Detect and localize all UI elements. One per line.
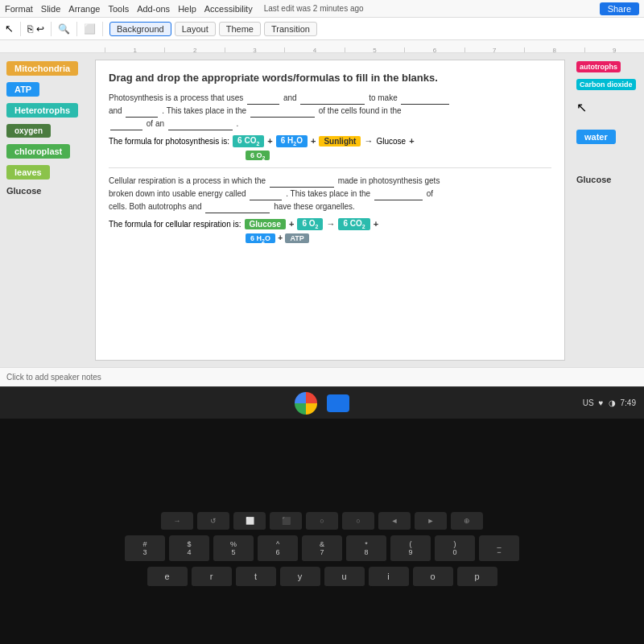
transition-button[interactable]: Transition <box>264 22 317 36</box>
photo-text2: and <box>283 93 299 102</box>
ruler-mark-1: 1 <box>105 47 164 52</box>
op2: + <box>311 136 316 146</box>
key-windows[interactable]: ⬛ <box>270 512 302 531</box>
chip-glucose-cell[interactable]: Glucose <box>245 219 286 229</box>
chip-sunlight[interactable]: Sunlight <box>319 136 361 147</box>
key-vol-mute[interactable]: ◄ <box>378 512 411 531</box>
op1: + <box>267 136 272 146</box>
tile-carbon-dioxide[interactable]: Carbon dioxide <box>576 79 636 90</box>
key-refresh[interactable]: ↺ <box>197 512 229 531</box>
menu-addons[interactable]: Add-ons <box>137 4 170 14</box>
photo-text5: . This takes place in the <box>162 106 249 115</box>
key-3[interactable]: #3 <box>125 535 165 563</box>
blank-11[interactable] <box>205 213 270 213</box>
toolbar-undo-icon[interactable]: ⎘ <box>27 23 33 35</box>
taskbar: US ♥ ◑ 7:49 <box>0 386 644 419</box>
background-button[interactable]: Background <box>109 22 171 36</box>
ruler-mark-7: 7 <box>464 47 524 52</box>
theme-button[interactable]: Theme <box>219 22 261 36</box>
toolbar-redo-icon[interactable]: ↩ <box>36 23 44 35</box>
slide-title: Drag and drop the appropriate words/form… <box>109 72 551 85</box>
tile-oxygen[interactable]: oxygen <box>6 124 51 138</box>
key-vol-up[interactable]: ⊕ <box>451 512 483 531</box>
ruler-mark-2: 2 <box>164 47 224 52</box>
chip-atp-cell[interactable]: ATP <box>285 233 308 243</box>
blank-1[interactable] <box>247 104 279 105</box>
menu-help[interactable]: Help <box>178 4 196 14</box>
key-7[interactable]: &7 <box>302 535 342 563</box>
files-icon[interactable] <box>327 394 349 412</box>
key-8[interactable]: *8 <box>346 535 386 563</box>
chip-o2-cell[interactable]: 6 O2 <box>297 218 323 230</box>
menu-arrange[interactable]: Arrange <box>68 4 100 14</box>
key-6[interactable]: ^6 <box>258 535 298 563</box>
key-bright-down[interactable]: ○ <box>306 512 338 531</box>
ruler-mark-6: 6 <box>404 47 464 52</box>
key-e[interactable]: e <box>147 567 188 588</box>
key-p[interactable]: p <box>457 567 497 588</box>
toolbar-arrow-icon[interactable]: ↖ <box>5 23 14 35</box>
tile-heterotrophs[interactable]: Heterotrophs <box>6 103 78 118</box>
photo-period: . <box>237 119 239 128</box>
chip-h2o[interactable]: 6 H2O <box>276 135 308 147</box>
speaker-notes-label[interactable]: Click to add speaker notes <box>6 373 101 382</box>
tile-autotrophs[interactable]: autotrophs <box>576 61 621 72</box>
key-vol-down[interactable]: ► <box>415 512 447 531</box>
menu-tools[interactable]: Tools <box>108 4 129 14</box>
menu-format[interactable]: Format <box>5 4 33 14</box>
chip-o2-photo[interactable]: 6 O2 <box>246 151 270 160</box>
layout-button[interactable]: Layout <box>175 22 216 36</box>
tile-atp[interactable]: ATP <box>6 82 39 97</box>
toolbar-zoom-icon[interactable]: 🔍 <box>58 23 70 35</box>
menu-slide[interactable]: Slide <box>41 4 60 14</box>
photo-text1: Photosynthesis is a process that uses <box>109 93 243 102</box>
toolbar-slides-icon[interactable]: ⬜ <box>84 23 96 35</box>
blank-8[interactable] <box>270 187 334 188</box>
tile-chloroplast[interactable]: chloroplast <box>6 144 70 159</box>
key-y[interactable]: y <box>280 567 320 588</box>
kb-row-qwerty: e r t y u i o p <box>32 567 612 588</box>
toolbar-sep3 <box>76 22 77 36</box>
key-o[interactable]: o <box>413 567 453 588</box>
key-t[interactable]: t <box>236 567 276 588</box>
blank-7[interactable] <box>168 130 233 130</box>
share-button[interactable]: Share <box>600 2 639 15</box>
key-0[interactable]: )0 <box>435 535 475 563</box>
cell-text5: of <box>427 189 433 198</box>
key-4[interactable]: $4 <box>169 535 209 563</box>
toolbar-sep1 <box>20 22 21 36</box>
chrome-icon[interactable] <box>295 392 317 415</box>
ruler-mark-3: 3 <box>225 47 284 52</box>
system-tray: US ♥ ◑ 7:49 <box>583 398 636 407</box>
key-fullscreen[interactable]: ⬜ <box>233 512 266 531</box>
key-bright-up[interactable]: ○ <box>342 512 374 531</box>
key-9[interactable]: (9 <box>390 535 431 563</box>
tile-water[interactable]: water <box>576 130 616 144</box>
cell-text6: cells. Both autotrophs and <box>109 202 204 211</box>
ruler-mark-8: 8 <box>524 47 584 52</box>
key-back[interactable]: → <box>161 512 193 531</box>
photo-glucose-label: Glucose <box>376 137 406 146</box>
blank-3[interactable] <box>401 104 449 105</box>
photosynthesis-section: Photosynthesis is a process that uses an… <box>109 92 551 130</box>
key-r[interactable]: r <box>192 567 232 588</box>
ruler-mark-4: 4 <box>284 47 344 52</box>
main-area: Mitochondria ATP Heterotrophs oxygen chl… <box>0 53 644 367</box>
chip-co2-cell[interactable]: 6 CO2 <box>338 218 369 230</box>
blank-9[interactable] <box>250 200 282 200</box>
blank-6[interactable] <box>110 130 142 130</box>
tile-leaves[interactable]: leaves <box>6 165 50 180</box>
menu-accessibility[interactable]: Accessibility <box>204 4 253 14</box>
right-sidebar: autotrophs Carbon dioxide ↖ water Glucos… <box>572 53 644 367</box>
chip-co2[interactable]: 6 CO2 <box>233 135 264 147</box>
blank-5[interactable] <box>250 117 315 118</box>
tile-mitochondria[interactable]: Mitochondria <box>6 61 78 76</box>
chip-h2o-cell[interactable]: 6 H2O <box>246 233 275 243</box>
key-5[interactable]: %5 <box>213 535 254 563</box>
key-u[interactable]: u <box>324 567 365 588</box>
blank-10[interactable] <box>374 200 423 200</box>
key-i[interactable]: i <box>369 567 409 588</box>
key-minus[interactable]: _− <box>479 535 519 563</box>
blank-2[interactable] <box>300 104 365 105</box>
blank-4[interactable] <box>126 117 158 118</box>
